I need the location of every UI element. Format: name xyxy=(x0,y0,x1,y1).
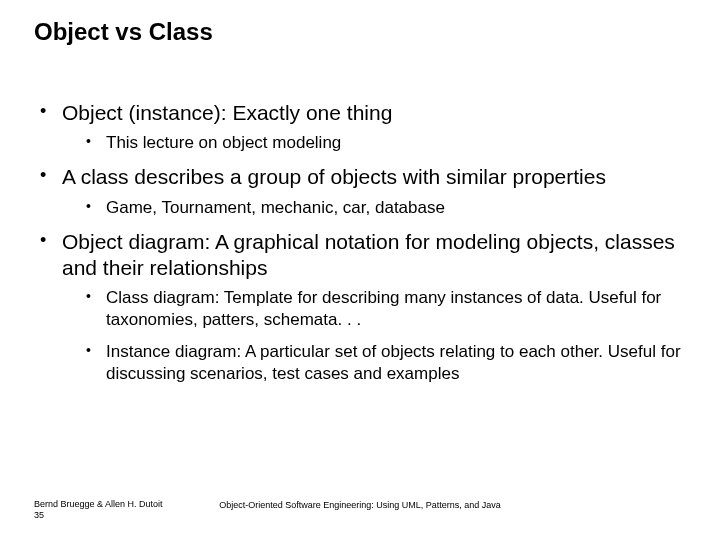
bullet-l2: Instance diagram: A particular set of ob… xyxy=(34,341,686,385)
bullet-l1: Object (instance): Exactly one thing xyxy=(34,100,686,126)
slide-title: Object vs Class xyxy=(34,18,213,46)
bullet-l2: This lecture on object modeling xyxy=(34,132,686,154)
bullet-l2: Game, Tournament, mechanic, car, databas… xyxy=(34,197,686,219)
slide-content: Object (instance): Exactly one thing Thi… xyxy=(34,100,686,396)
bullet-l1: A class describes a group of objects wit… xyxy=(34,164,686,190)
footer-center: Object-Oriented Software Engineering: Us… xyxy=(34,500,686,510)
bullet-l1: Object diagram: A graphical notation for… xyxy=(34,229,686,282)
slide: Object vs Class Object (instance): Exact… xyxy=(0,0,720,540)
bullet-l2: Class diagram: Template for describing m… xyxy=(34,287,686,331)
footer-page: 35 xyxy=(34,510,44,520)
